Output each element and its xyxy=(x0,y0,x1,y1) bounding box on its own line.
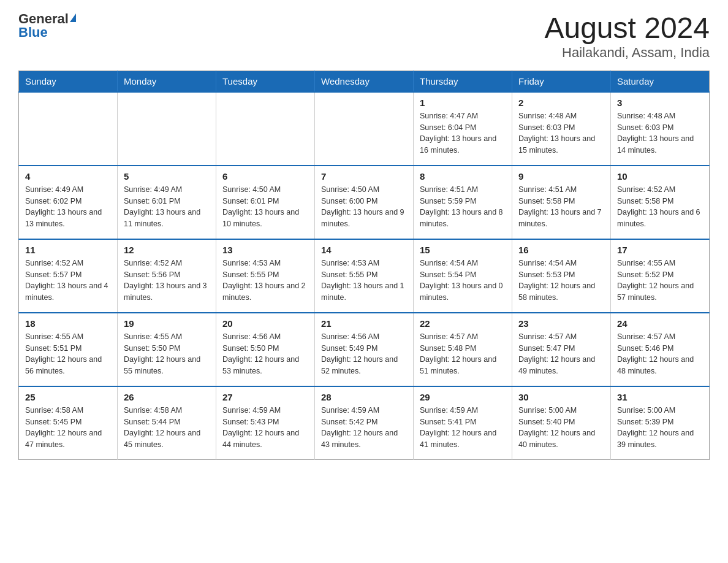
calendar-week-row: 4Sunrise: 4:49 AMSunset: 6:02 PMDaylight… xyxy=(19,166,710,239)
logo-general-text: General xyxy=(18,12,69,26)
day-info: Sunrise: 4:56 AMSunset: 5:50 PMDaylight:… xyxy=(222,331,308,377)
logo-triangle-icon xyxy=(70,13,76,22)
calendar-cell: 27Sunrise: 4:59 AMSunset: 5:43 PMDayligh… xyxy=(216,386,315,460)
calendar-cell: 24Sunrise: 4:57 AMSunset: 5:46 PMDayligh… xyxy=(611,313,710,386)
day-info: Sunrise: 4:53 AMSunset: 5:55 PMDaylight:… xyxy=(321,258,407,304)
day-info: Sunrise: 4:55 AMSunset: 5:50 PMDaylight:… xyxy=(124,331,210,377)
calendar-cell: 12Sunrise: 4:52 AMSunset: 5:56 PMDayligh… xyxy=(118,239,216,313)
calendar-cell: 9Sunrise: 4:51 AMSunset: 5:58 PMDaylight… xyxy=(512,166,611,239)
logo: General Blue xyxy=(18,12,76,39)
calendar-cell xyxy=(118,92,216,166)
calendar-cell: 20Sunrise: 4:56 AMSunset: 5:50 PMDayligh… xyxy=(216,313,315,386)
day-number: 31 xyxy=(617,392,703,402)
calendar-cell xyxy=(216,92,315,166)
day-number: 4 xyxy=(25,171,111,182)
title-section: August 2024 Hailakandi, Assam, India xyxy=(544,12,710,61)
day-number: 22 xyxy=(420,318,506,329)
day-info: Sunrise: 4:52 AMSunset: 5:56 PMDaylight:… xyxy=(124,258,210,304)
day-number: 11 xyxy=(25,245,111,255)
day-number: 24 xyxy=(617,318,703,329)
calendar-cell: 1Sunrise: 4:47 AMSunset: 6:04 PMDaylight… xyxy=(414,92,512,166)
day-info: Sunrise: 4:59 AMSunset: 5:41 PMDaylight:… xyxy=(420,405,506,451)
day-info: Sunrise: 4:47 AMSunset: 6:04 PMDaylight:… xyxy=(420,110,506,156)
day-number: 20 xyxy=(222,318,308,329)
day-info: Sunrise: 4:48 AMSunset: 6:03 PMDaylight:… xyxy=(518,110,604,156)
day-info: Sunrise: 4:53 AMSunset: 5:55 PMDaylight:… xyxy=(222,258,308,304)
calendar-cell: 2Sunrise: 4:48 AMSunset: 6:03 PMDaylight… xyxy=(512,92,611,166)
day-number: 2 xyxy=(518,98,604,108)
day-info: Sunrise: 4:57 AMSunset: 5:46 PMDaylight:… xyxy=(617,331,703,377)
day-info: Sunrise: 4:54 AMSunset: 5:54 PMDaylight:… xyxy=(420,258,506,304)
day-info: Sunrise: 4:48 AMSunset: 6:03 PMDaylight:… xyxy=(617,110,703,156)
day-info: Sunrise: 4:54 AMSunset: 5:53 PMDaylight:… xyxy=(518,258,604,304)
day-number: 30 xyxy=(518,392,604,402)
calendar-cell: 6Sunrise: 4:50 AMSunset: 6:01 PMDaylight… xyxy=(216,166,315,239)
calendar-cell: 14Sunrise: 4:53 AMSunset: 5:55 PMDayligh… xyxy=(315,239,414,313)
calendar-header-row: Sunday Monday Tuesday Wednesday Thursday… xyxy=(19,71,710,92)
day-number: 29 xyxy=(420,392,506,402)
day-number: 14 xyxy=(321,245,407,255)
calendar-cell: 8Sunrise: 4:51 AMSunset: 5:59 PMDaylight… xyxy=(414,166,512,239)
calendar-cell: 30Sunrise: 5:00 AMSunset: 5:40 PMDayligh… xyxy=(512,386,611,460)
day-info: Sunrise: 4:56 AMSunset: 5:49 PMDaylight:… xyxy=(321,331,407,377)
day-number: 26 xyxy=(124,392,210,402)
day-number: 9 xyxy=(518,171,604,182)
day-number: 18 xyxy=(25,318,111,329)
calendar-cell: 28Sunrise: 4:59 AMSunset: 5:42 PMDayligh… xyxy=(315,386,414,460)
calendar-table: Sunday Monday Tuesday Wednesday Thursday… xyxy=(18,71,710,461)
day-info: Sunrise: 4:49 AMSunset: 6:02 PMDaylight:… xyxy=(25,184,111,230)
day-number: 13 xyxy=(222,245,308,255)
header-friday: Friday xyxy=(512,71,611,92)
header-saturday: Saturday xyxy=(611,71,710,92)
calendar-cell: 21Sunrise: 4:56 AMSunset: 5:49 PMDayligh… xyxy=(315,313,414,386)
day-info: Sunrise: 4:57 AMSunset: 5:48 PMDaylight:… xyxy=(420,331,506,377)
day-info: Sunrise: 5:00 AMSunset: 5:39 PMDaylight:… xyxy=(617,405,703,451)
day-info: Sunrise: 4:55 AMSunset: 5:51 PMDaylight:… xyxy=(25,331,111,377)
day-number: 10 xyxy=(617,171,703,182)
calendar-cell: 15Sunrise: 4:54 AMSunset: 5:54 PMDayligh… xyxy=(414,239,512,313)
day-info: Sunrise: 4:55 AMSunset: 5:52 PMDaylight:… xyxy=(617,258,703,304)
calendar-week-row: 1Sunrise: 4:47 AMSunset: 6:04 PMDaylight… xyxy=(19,92,710,166)
calendar-cell xyxy=(315,92,414,166)
day-number: 19 xyxy=(124,318,210,329)
day-number: 27 xyxy=(222,392,308,402)
calendar-cell: 16Sunrise: 4:54 AMSunset: 5:53 PMDayligh… xyxy=(512,239,611,313)
day-number: 28 xyxy=(321,392,407,402)
day-info: Sunrise: 4:52 AMSunset: 5:57 PMDaylight:… xyxy=(25,258,111,304)
day-info: Sunrise: 4:49 AMSunset: 6:01 PMDaylight:… xyxy=(124,184,210,230)
day-info: Sunrise: 5:00 AMSunset: 5:40 PMDaylight:… xyxy=(518,405,604,451)
day-info: Sunrise: 4:58 AMSunset: 5:45 PMDaylight:… xyxy=(25,405,111,451)
day-info: Sunrise: 4:57 AMSunset: 5:47 PMDaylight:… xyxy=(518,331,604,377)
calendar-cell xyxy=(19,92,118,166)
page-header: General Blue August 2024 Hailakandi, Ass… xyxy=(18,12,710,61)
day-number: 16 xyxy=(518,245,604,255)
calendar-week-row: 25Sunrise: 4:58 AMSunset: 5:45 PMDayligh… xyxy=(19,386,710,460)
calendar-cell: 31Sunrise: 5:00 AMSunset: 5:39 PMDayligh… xyxy=(611,386,710,460)
calendar-cell: 22Sunrise: 4:57 AMSunset: 5:48 PMDayligh… xyxy=(414,313,512,386)
header-thursday: Thursday xyxy=(414,71,512,92)
calendar-cell: 18Sunrise: 4:55 AMSunset: 5:51 PMDayligh… xyxy=(19,313,118,386)
day-number: 1 xyxy=(420,98,506,108)
header-monday: Monday xyxy=(118,71,216,92)
calendar-cell: 17Sunrise: 4:55 AMSunset: 5:52 PMDayligh… xyxy=(611,239,710,313)
day-info: Sunrise: 4:59 AMSunset: 5:42 PMDaylight:… xyxy=(321,405,407,451)
calendar-cell: 11Sunrise: 4:52 AMSunset: 5:57 PMDayligh… xyxy=(19,239,118,313)
day-number: 7 xyxy=(321,171,407,182)
calendar-title: August 2024 xyxy=(544,12,710,45)
day-number: 17 xyxy=(617,245,703,255)
day-info: Sunrise: 4:52 AMSunset: 5:58 PMDaylight:… xyxy=(617,184,703,230)
calendar-cell: 3Sunrise: 4:48 AMSunset: 6:03 PMDaylight… xyxy=(611,92,710,166)
calendar-subtitle: Hailakandi, Assam, India xyxy=(544,45,710,61)
header-wednesday: Wednesday xyxy=(315,71,414,92)
header-tuesday: Tuesday xyxy=(216,71,315,92)
calendar-cell: 26Sunrise: 4:58 AMSunset: 5:44 PMDayligh… xyxy=(118,386,216,460)
day-number: 21 xyxy=(321,318,407,329)
day-info: Sunrise: 4:50 AMSunset: 6:01 PMDaylight:… xyxy=(222,184,308,230)
day-number: 15 xyxy=(420,245,506,255)
logo-blue-text: Blue xyxy=(18,26,48,39)
calendar-cell: 13Sunrise: 4:53 AMSunset: 5:55 PMDayligh… xyxy=(216,239,315,313)
day-number: 25 xyxy=(25,392,111,402)
calendar-cell: 10Sunrise: 4:52 AMSunset: 5:58 PMDayligh… xyxy=(611,166,710,239)
calendar-cell: 29Sunrise: 4:59 AMSunset: 5:41 PMDayligh… xyxy=(414,386,512,460)
day-number: 5 xyxy=(124,171,210,182)
